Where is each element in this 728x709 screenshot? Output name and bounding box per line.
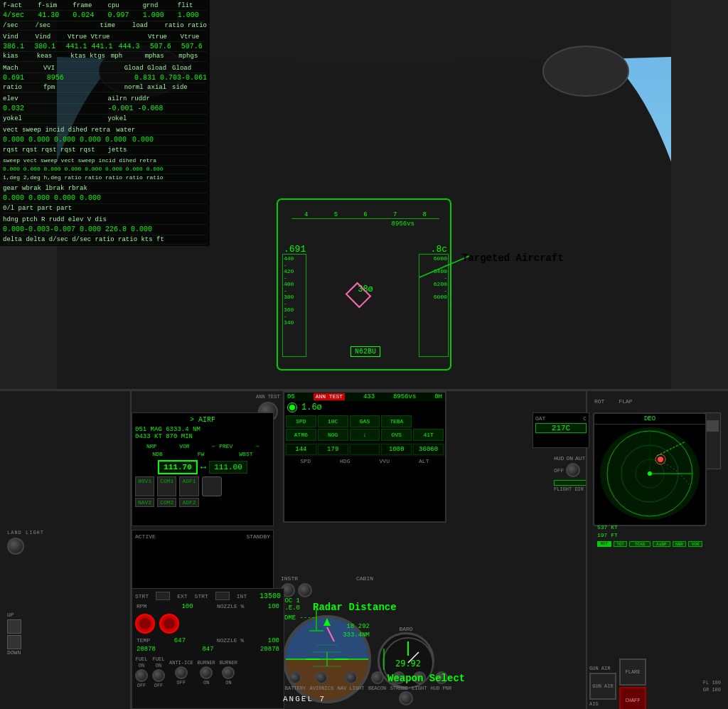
- nav-next[interactable]: →: [255, 443, 259, 449]
- nav-active-freq[interactable]: 111.70: [158, 460, 198, 474]
- burner-knob1[interactable]: [200, 666, 213, 679]
- mfd-btn-atm6[interactable]: ATM6: [286, 429, 316, 441]
- fuel-knob2[interactable]: [152, 669, 165, 682]
- baro-area: BARO 29.92: [378, 626, 434, 705]
- beacon-label: BEACON: [368, 686, 386, 691]
- ann-test-label: ANN TEST: [256, 394, 280, 400]
- nav-swap-arrow[interactable]: ↔: [200, 462, 206, 473]
- eng-ff2: 20878: [260, 646, 279, 653]
- anti-ice-off: OFF: [177, 680, 186, 686]
- nav-btn4[interactable]: NAV2: [135, 498, 154, 507]
- cabin-knob1[interactable]: [298, 583, 312, 597]
- flap-label: FLAP: [619, 398, 632, 405]
- fuel-row: FUEL ON OFF FUEL ON OFF ANTI-ICE OFF BUR…: [135, 656, 281, 688]
- svg-point-14: [648, 471, 652, 476]
- nav-display: > AIRF 051 MAG 6333.4 NM 0433 KT 870 MIN…: [132, 412, 274, 526]
- mfd-btn-ovs[interactable]: OVS: [381, 429, 412, 441]
- eng-ff-row: 20878 847 20878: [135, 645, 281, 654]
- deo-nbr: NBR: [673, 541, 687, 547]
- hud-label: HUD: [554, 455, 564, 462]
- down-label: DOWN: [7, 649, 21, 656]
- aig-label: AIG: [589, 701, 616, 707]
- eng-temp1: 647: [174, 637, 186, 644]
- mfd-btn-gas[interactable]: GAS: [350, 415, 380, 427]
- engine-display: STRT EXT STRT INT 13500 RPM 100 NOZZLE %…: [132, 588, 284, 709]
- mfd-buttons: SPD 10C GAS 7EBA ATM6 NOG ↓ OVS 41T: [284, 414, 445, 442]
- fuel-label: FUEL: [136, 656, 148, 662]
- eng-rpm-row: RPM 100 NOZZLE % 100: [135, 602, 281, 611]
- eng-fuel: 13500: [259, 592, 281, 600]
- fuel-knob1[interactable]: [135, 669, 148, 682]
- mfd-vvu-label: VVU: [380, 458, 390, 464]
- nav-standby-freq[interactable]: 111.00: [209, 461, 247, 474]
- deo-header: DEO: [594, 414, 705, 425]
- battery-knob[interactable]: [289, 671, 301, 684]
- eng-int: INT: [237, 593, 247, 599]
- mfd-spd-circle: [287, 403, 297, 412]
- anti-ice-knob[interactable]: [175, 666, 188, 679]
- nav-light-switch[interactable]: NAV LIGHT: [338, 671, 365, 691]
- nav-light-knob[interactable]: [345, 671, 358, 684]
- mfd-btn-7eba[interactable]: 7EBA: [381, 415, 412, 427]
- flare-btn[interactable]: FLARE: [619, 659, 646, 686]
- nav-prev[interactable]: ← PREV: [213, 443, 233, 449]
- nav-btn6[interactable]: ADF2: [179, 498, 198, 507]
- beacon-switch[interactable]: BEACON: [368, 671, 386, 691]
- eng-temp2: 847: [202, 646, 213, 653]
- eng-strt2-sw[interactable]: [215, 592, 230, 600]
- nozzle-btn1[interactable]: [135, 614, 155, 634]
- chaff-btn[interactable]: CHAFF: [619, 687, 646, 709]
- left-side-panel: LAND LIGHT UP DOWN: [0, 391, 132, 709]
- eng-header: STRT EXT STRT INT 13500: [135, 592, 281, 600]
- hud-mode-knob[interactable]: [566, 463, 580, 477]
- mfd-btn-down[interactable]: ↓: [350, 429, 380, 441]
- mfd-val-2: 179: [318, 444, 348, 455]
- nav-btn1[interactable]: 80V1: [135, 476, 154, 496]
- mfd-h-mid: 433: [363, 393, 375, 400]
- eng-strt2: STRT: [195, 593, 208, 599]
- eng-nozzle-val: 100: [268, 637, 279, 644]
- mfd-btn-10c[interactable]: 10C: [318, 415, 348, 427]
- nav-btn2[interactable]: COM1: [157, 476, 176, 496]
- eng-strt1-sw[interactable]: [156, 592, 170, 600]
- baro-knob[interactable]: [399, 691, 413, 705]
- mfd-btn-41t[interactable]: 41T: [413, 429, 444, 441]
- deo-display: DEO 537 KT 197 FT: [593, 412, 707, 526]
- light-label: LIGHT: [412, 686, 427, 691]
- gun-air-btn[interactable]: GUN AIR: [589, 673, 616, 700]
- deo-aibp: AiBP: [653, 541, 670, 547]
- up-button[interactable]: [7, 619, 21, 634]
- beacon-knob[interactable]: [371, 671, 384, 684]
- burner-knob2[interactable]: [222, 666, 235, 679]
- avionics-label: AVIONICS: [310, 686, 334, 691]
- mfd-h-vvi: 8956vs: [393, 393, 416, 400]
- nav-btn5[interactable]: COM2: [157, 498, 176, 507]
- nav-btn3[interactable]: ADF1: [179, 476, 198, 496]
- baro-label: BARO: [399, 626, 412, 632]
- nav-settings-btn[interactable]: [202, 476, 222, 496]
- oat-value: 217C: [535, 423, 587, 433]
- hud-mach-display: .691: [284, 244, 306, 255]
- avionics-knob[interactable]: [315, 671, 328, 684]
- gr100-label: GR 100: [703, 687, 721, 693]
- nav-vor: VOR: [179, 443, 189, 449]
- mfd-gload-row: 1.6ø: [284, 401, 445, 414]
- fuel2-on: ON: [156, 663, 161, 668]
- deo-speed: 537 KT: [594, 523, 705, 532]
- eng-rpm1: 100: [181, 603, 193, 610]
- oat-label: OAT: [535, 415, 545, 422]
- battery-switch[interactable]: BATTERY: [285, 671, 306, 691]
- nav-wbst: WBST: [239, 451, 252, 457]
- mfd-display: 05 ANN TEST 433 8956vs 0H 1.6ø SPD 10C G…: [283, 391, 446, 523]
- mfd-h-left: 05: [287, 393, 295, 400]
- active-label: ACTIVE: [135, 533, 156, 540]
- land-light-knob[interactable]: [7, 538, 24, 555]
- down-button[interactable]: [7, 635, 21, 649]
- avionics-switch[interactable]: AVIONICS: [310, 671, 334, 691]
- mfd-btn-spd[interactable]: SPD: [286, 415, 316, 427]
- nozzle-controls: [135, 614, 281, 634]
- nozzle-btn2[interactable]: [159, 614, 179, 634]
- mfd-hdg-label: HDG: [340, 458, 350, 464]
- mfd-btn-nog[interactable]: NOG: [318, 429, 348, 441]
- eng-nozzle-pct: NOZZLE %: [217, 637, 244, 644]
